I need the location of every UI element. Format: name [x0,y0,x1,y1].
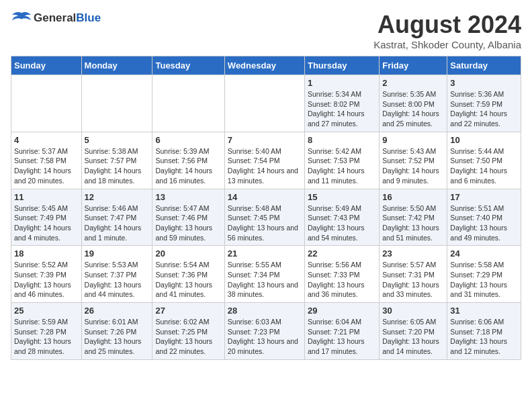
day-info: Sunrise: 5:35 AM Sunset: 8:00 PM Dayligh… [382,89,444,129]
calendar-week-row: 11Sunrise: 5:45 AM Sunset: 7:49 PM Dayli… [11,189,521,246]
calendar-week-row: 18Sunrise: 5:52 AM Sunset: 7:39 PM Dayli… [11,246,521,303]
day-number: 8 [308,135,376,145]
day-number: 25 [14,306,79,316]
day-number: 1 [308,78,376,88]
title-block: August 2024 Kastrat, Shkoder County, Alb… [373,11,521,50]
day-number: 19 [85,248,150,259]
month-title: August 2024 [373,11,521,39]
weekday-header-row: SundayMondayTuesdayWednesdayThursdayFrid… [11,56,521,75]
calendar-cell: 11Sunrise: 5:45 AM Sunset: 7:49 PM Dayli… [11,189,82,246]
day-number: 28 [228,306,302,316]
calendar-cell: 27Sunrise: 6:02 AM Sunset: 7:25 PM Dayli… [152,303,224,360]
day-info: Sunrise: 5:46 AM Sunset: 7:47 PM Dayligh… [85,203,150,243]
calendar-cell [152,75,224,132]
calendar-cell [81,75,152,132]
calendar-cell: 30Sunrise: 6:05 AM Sunset: 7:20 PM Dayli… [380,303,447,360]
calendar-cell: 17Sunrise: 5:51 AM Sunset: 7:40 PM Dayli… [447,189,521,246]
day-number: 12 [85,192,150,202]
day-info: Sunrise: 6:04 AM Sunset: 7:21 PM Dayligh… [308,317,376,357]
weekday-header: Thursday [304,56,379,75]
day-number: 18 [14,248,79,259]
calendar-table: SundayMondayTuesdayWednesdayThursdayFrid… [11,56,521,360]
day-info: Sunrise: 6:02 AM Sunset: 7:25 PM Dayligh… [155,317,221,357]
calendar-cell: 21Sunrise: 5:55 AM Sunset: 7:34 PM Dayli… [224,246,304,303]
calendar-cell: 24Sunrise: 5:58 AM Sunset: 7:29 PM Dayli… [447,246,521,303]
calendar-cell: 26Sunrise: 6:01 AM Sunset: 7:26 PM Dayli… [81,303,152,360]
calendar-cell: 19Sunrise: 5:53 AM Sunset: 7:37 PM Dayli… [81,246,152,303]
day-number: 20 [155,248,221,259]
page-header: GeneralBlue August 2024 Kastrat, Shkoder… [11,11,521,50]
calendar-week-row: 25Sunrise: 5:59 AM Sunset: 7:28 PM Dayli… [11,303,521,360]
day-info: Sunrise: 5:56 AM Sunset: 7:33 PM Dayligh… [308,260,376,300]
day-number: 27 [155,306,221,316]
calendar-cell: 8Sunrise: 5:42 AM Sunset: 7:53 PM Daylig… [304,132,379,189]
day-info: Sunrise: 5:59 AM Sunset: 7:28 PM Dayligh… [14,317,79,357]
day-info: Sunrise: 5:48 AM Sunset: 7:45 PM Dayligh… [228,203,302,243]
calendar-cell: 25Sunrise: 5:59 AM Sunset: 7:28 PM Dayli… [11,303,82,360]
calendar-cell: 7Sunrise: 5:40 AM Sunset: 7:54 PM Daylig… [224,132,304,189]
day-number: 4 [14,135,79,145]
weekday-header: Tuesday [152,56,224,75]
day-info: Sunrise: 5:40 AM Sunset: 7:54 PM Dayligh… [228,146,302,186]
day-info: Sunrise: 5:44 AM Sunset: 7:50 PM Dayligh… [450,146,518,186]
day-info: Sunrise: 6:06 AM Sunset: 7:18 PM Dayligh… [450,317,518,357]
weekday-header: Monday [81,56,152,75]
calendar-cell: 13Sunrise: 5:47 AM Sunset: 7:46 PM Dayli… [152,189,224,246]
day-info: Sunrise: 5:50 AM Sunset: 7:42 PM Dayligh… [382,203,444,243]
calendar-cell: 2Sunrise: 5:35 AM Sunset: 8:00 PM Daylig… [380,75,447,132]
calendar-week-row: 4Sunrise: 5:37 AM Sunset: 7:58 PM Daylig… [11,132,521,189]
day-number: 6 [155,135,221,145]
day-info: Sunrise: 5:52 AM Sunset: 7:39 PM Dayligh… [14,260,79,300]
calendar-cell: 29Sunrise: 6:04 AM Sunset: 7:21 PM Dayli… [304,303,379,360]
day-info: Sunrise: 5:39 AM Sunset: 7:56 PM Dayligh… [155,146,221,186]
day-number: 10 [450,135,518,145]
calendar-cell: 23Sunrise: 5:57 AM Sunset: 7:31 PM Dayli… [380,246,447,303]
day-info: Sunrise: 6:05 AM Sunset: 7:20 PM Dayligh… [382,317,444,357]
calendar-week-row: 1Sunrise: 5:34 AM Sunset: 8:02 PM Daylig… [11,75,521,132]
calendar-cell [11,75,82,132]
day-info: Sunrise: 5:45 AM Sunset: 7:49 PM Dayligh… [14,203,79,243]
day-number: 15 [308,192,376,202]
day-number: 13 [155,192,221,202]
calendar-cell: 4Sunrise: 5:37 AM Sunset: 7:58 PM Daylig… [11,132,82,189]
day-number: 26 [85,306,150,316]
day-number: 30 [382,306,444,316]
day-number: 11 [14,192,79,202]
day-number: 23 [382,248,444,259]
day-info: Sunrise: 6:01 AM Sunset: 7:26 PM Dayligh… [85,317,150,357]
day-number: 7 [228,135,302,145]
day-info: Sunrise: 5:47 AM Sunset: 7:46 PM Dayligh… [155,203,221,243]
calendar-cell [224,75,304,132]
day-number: 2 [382,78,444,88]
day-info: Sunrise: 5:57 AM Sunset: 7:31 PM Dayligh… [382,260,444,300]
day-info: Sunrise: 5:49 AM Sunset: 7:43 PM Dayligh… [308,203,376,243]
calendar-cell: 15Sunrise: 5:49 AM Sunset: 7:43 PM Dayli… [304,189,379,246]
day-info: Sunrise: 6:03 AM Sunset: 7:23 PM Dayligh… [228,317,302,357]
weekday-header: Wednesday [224,56,304,75]
weekday-header: Saturday [447,56,521,75]
day-number: 17 [450,192,518,202]
calendar-cell: 3Sunrise: 5:36 AM Sunset: 7:59 PM Daylig… [447,75,521,132]
calendar-cell: 6Sunrise: 5:39 AM Sunset: 7:56 PM Daylig… [152,132,224,189]
location-title: Kastrat, Shkoder County, Albania [373,39,521,50]
day-info: Sunrise: 5:34 AM Sunset: 8:02 PM Dayligh… [308,89,376,129]
weekday-header: Sunday [11,56,82,75]
day-info: Sunrise: 5:51 AM Sunset: 7:40 PM Dayligh… [450,203,518,243]
day-number: 31 [450,306,518,316]
day-number: 9 [382,135,444,145]
logo: GeneralBlue [11,11,101,26]
calendar-cell: 14Sunrise: 5:48 AM Sunset: 7:45 PM Dayli… [224,189,304,246]
day-info: Sunrise: 5:58 AM Sunset: 7:29 PM Dayligh… [450,260,518,300]
day-info: Sunrise: 5:36 AM Sunset: 7:59 PM Dayligh… [450,89,518,129]
day-number: 3 [450,78,518,88]
day-number: 14 [228,192,302,202]
calendar-cell: 9Sunrise: 5:43 AM Sunset: 7:52 PM Daylig… [380,132,447,189]
logo-blue: Blue [76,11,101,24]
day-number: 21 [228,248,302,259]
calendar-cell: 28Sunrise: 6:03 AM Sunset: 7:23 PM Dayli… [224,303,304,360]
day-info: Sunrise: 5:43 AM Sunset: 7:52 PM Dayligh… [382,146,444,186]
calendar-cell: 20Sunrise: 5:54 AM Sunset: 7:36 PM Dayli… [152,246,224,303]
calendar-cell: 22Sunrise: 5:56 AM Sunset: 7:33 PM Dayli… [304,246,379,303]
day-info: Sunrise: 5:55 AM Sunset: 7:34 PM Dayligh… [228,260,302,300]
calendar-cell: 1Sunrise: 5:34 AM Sunset: 8:02 PM Daylig… [304,75,379,132]
